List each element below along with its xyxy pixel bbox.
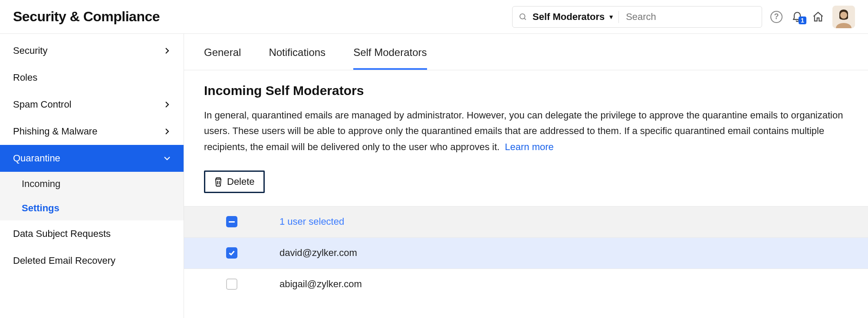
sidebar-item-label: Deleted Email Recovery	[13, 255, 115, 266]
row-checkbox[interactable]	[226, 279, 237, 290]
sidebar-item-label: Roles	[13, 72, 37, 83]
sidebar-item-security[interactable]: Security	[0, 37, 184, 64]
avatar-image	[832, 6, 855, 28]
help-button[interactable]: ?	[770, 10, 783, 23]
sidebar-item-phishing-malware[interactable]: Phishing & Malware	[0, 118, 184, 145]
sidebar-sub-label: Settings	[22, 203, 59, 214]
sidebar-sub-label: Incoming	[22, 178, 60, 190]
row-email: abigail@zylker.com	[279, 279, 868, 290]
search-box[interactable]: Self Moderators ▼	[512, 6, 762, 28]
sidebar-item-label: Phishing & Malware	[13, 126, 97, 137]
row-checkbox[interactable]	[226, 247, 237, 259]
learn-more-link[interactable]: Learn more	[505, 141, 554, 152]
tab-notifications[interactable]: Notifications	[269, 46, 326, 70]
svg-line-1	[524, 18, 526, 20]
svg-point-4	[840, 12, 847, 19]
chevron-down-icon	[164, 155, 171, 162]
tab-self-moderators[interactable]: Self Moderators	[353, 46, 427, 70]
sidebar-item-quarantine[interactable]: Quarantine	[0, 145, 184, 172]
page-title: Security & Compliance	[13, 9, 160, 25]
sidebar-sub-quarantine: Incoming Settings	[0, 172, 184, 220]
table-row[interactable]: david@zylker.com	[184, 237, 868, 269]
notification-badge: 1	[799, 16, 806, 24]
sidebar-item-label: Data Subject Requests	[13, 228, 111, 239]
caret-down-icon[interactable]: ▼	[608, 13, 614, 20]
section-title: Incoming Self Moderators	[204, 83, 848, 98]
sidebar-sub-settings[interactable]: Settings	[0, 196, 184, 220]
chevron-right-icon	[164, 128, 171, 135]
select-all-checkbox[interactable]	[226, 216, 237, 227]
section-description: In general, quarantined emails are manag…	[204, 108, 848, 155]
search-icon	[519, 13, 527, 21]
moderators-table: 1 user selected david@zylker.com abigail…	[184, 206, 868, 300]
sidebar-item-label: Quarantine	[13, 153, 60, 164]
sidebar-sub-incoming[interactable]: Incoming	[0, 172, 184, 196]
home-icon	[812, 11, 824, 23]
chevron-right-icon	[164, 47, 171, 54]
sidebar-item-spam-control[interactable]: Spam Control	[0, 91, 184, 118]
divider	[618, 11, 619, 23]
tabs: General Notifications Self Moderators	[184, 34, 868, 70]
sidebar-item-roles[interactable]: Roles	[0, 64, 184, 91]
table-row[interactable]: abigail@zylker.com	[184, 269, 868, 300]
search-scope-label[interactable]: Self Moderators	[533, 11, 605, 23]
sidebar-item-label: Spam Control	[13, 99, 72, 110]
svg-point-0	[520, 13, 525, 19]
sidebar-item-label: Security	[13, 45, 47, 56]
selection-count: 1 user selected	[279, 216, 868, 227]
avatar[interactable]	[832, 6, 855, 28]
delete-button-label: Delete	[227, 176, 255, 187]
chevron-right-icon	[164, 101, 171, 108]
tab-general[interactable]: General	[204, 46, 241, 70]
row-email: david@zylker.com	[279, 247, 868, 259]
sidebar-item-data-subject-requests[interactable]: Data Subject Requests	[0, 220, 184, 247]
home-button[interactable]	[812, 10, 825, 23]
help-icon: ?	[770, 11, 783, 23]
table-header-row: 1 user selected	[184, 206, 868, 237]
delete-button[interactable]: Delete	[204, 170, 265, 193]
search-input[interactable]	[626, 11, 756, 23]
notifications-button[interactable]: 1	[791, 10, 804, 23]
sidebar: Security Roles Spam Control Phishing & M…	[0, 34, 184, 318]
trash-icon	[214, 177, 223, 187]
sidebar-item-deleted-email-recovery[interactable]: Deleted Email Recovery	[0, 247, 184, 274]
